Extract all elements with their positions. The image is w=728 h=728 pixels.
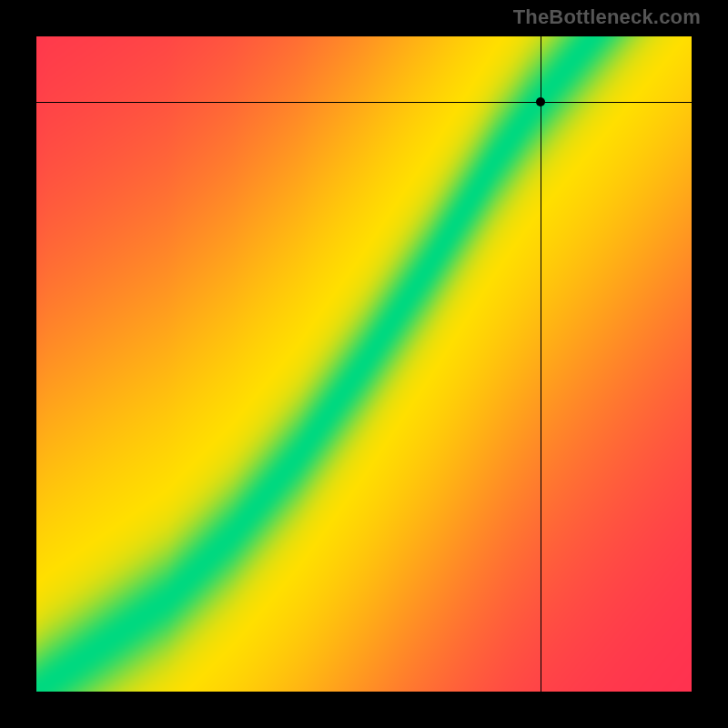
chart-container: TheBottleneck.com: [0, 0, 728, 728]
heatmap-canvas: [36, 36, 692, 692]
crosshair-vertical: [541, 36, 541, 692]
watermark-text: TheBottleneck.com: [513, 5, 701, 29]
crosshair-marker: [536, 97, 545, 106]
crosshair-horizontal: [36, 102, 692, 103]
